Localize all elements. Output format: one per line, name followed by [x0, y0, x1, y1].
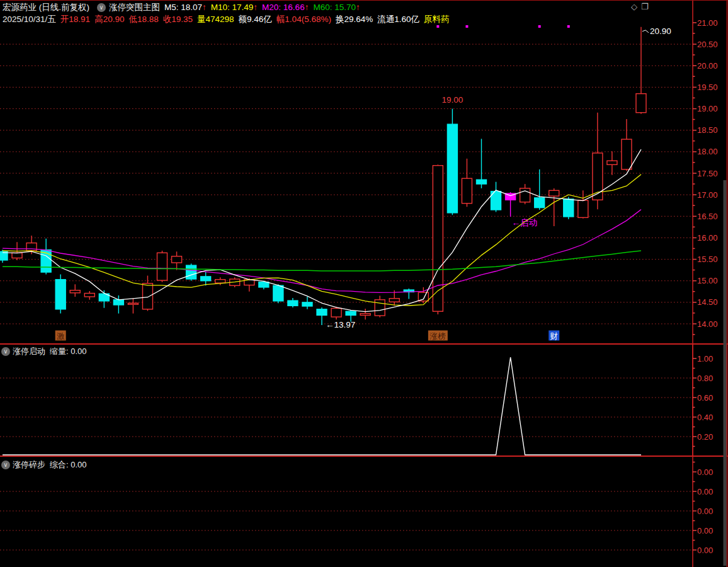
- info-token: 额9.46亿: [239, 14, 272, 24]
- titlebar: 宏源药业 (日线.前复权)∨涨停突围主图M5: 18.07↑M10: 17.49…: [3, 2, 365, 13]
- ma-legend: M5: 18.07↑M10: 17.49↑M20: 16.66↑M60: 15.…: [164, 3, 365, 12]
- info-token: 原料药: [424, 14, 450, 24]
- svg-text:14.50: 14.50: [697, 297, 718, 307]
- svg-text:18.00: 18.00: [697, 147, 718, 156]
- info-token: 流通1.60亿: [377, 14, 419, 24]
- svg-text:16.00: 16.00: [697, 233, 718, 243]
- middle-panel-stat-value: 0.00: [71, 346, 86, 356]
- svg-text:涨榜: 涨榜: [429, 332, 446, 341]
- svg-text:19.50: 19.50: [697, 83, 718, 92]
- infobar: 2025/10/31/五开18.91高20.90低18.88收19.35量474…: [3, 14, 453, 25]
- svg-text:0.00: 0.00: [697, 546, 713, 555]
- svg-text:1.00: 1.00: [697, 354, 713, 364]
- svg-text:16.50: 16.50: [697, 212, 718, 221]
- svg-text:←启动: ←启动: [512, 218, 538, 227]
- info-token: 收19.35: [163, 14, 193, 24]
- svg-text:14.00: 14.00: [697, 319, 718, 329]
- collapse-icon[interactable]: ∨: [1, 461, 10, 469]
- up-arrow-icon: ↑: [253, 3, 258, 12]
- middle-panel-title[interactable]: 涨停启动: [13, 346, 45, 356]
- bottom-panel-title[interactable]: 涨停碎步: [13, 460, 45, 469]
- svg-text:0.00: 0.00: [697, 467, 713, 477]
- svg-text:激: 激: [57, 332, 65, 341]
- ma-legend-item: M20: 16.66↑: [262, 3, 309, 12]
- svg-text:←13.97: ←13.97: [326, 320, 355, 329]
- bottom-panel-header: ∨涨停碎步综合: 0.00: [1, 459, 87, 471]
- chart-canvas[interactable]: 激涨榜财19.0020.90←13.97←启动21.0020.5020.0019…: [0, 1, 728, 567]
- svg-text:17.50: 17.50: [697, 169, 718, 178]
- svg-text:20.00: 20.00: [697, 61, 718, 71]
- svg-text:0.40: 0.40: [697, 413, 713, 422]
- svg-text:18.50: 18.50: [697, 125, 718, 135]
- svg-text:0.00: 0.00: [697, 507, 713, 516]
- titlebar-icons: ◇❐: [631, 2, 652, 11]
- info-token: 幅1.04(5.68%): [276, 14, 331, 24]
- svg-text:20.90: 20.90: [650, 26, 671, 36]
- middle-panel-stat-label: 缩量:: [50, 346, 69, 356]
- collapse-icon[interactable]: ∨: [1, 347, 10, 356]
- app-window: 激涨榜财19.0020.90←13.97←启动21.0020.5020.0019…: [0, 0, 728, 567]
- middle-panel-header: ∨涨停启动缩量: 0.00: [1, 346, 87, 357]
- svg-text:0.20: 0.20: [697, 432, 713, 442]
- stock-title: 宏源药业 (日线.前复权): [3, 3, 89, 12]
- info-token: 开18.91: [60, 14, 90, 24]
- svg-text:0.00: 0.00: [697, 487, 713, 496]
- info-token: 量474298: [197, 14, 234, 24]
- info-token: 低18.88: [128, 14, 158, 24]
- svg-text:20.50: 20.50: [697, 40, 718, 49]
- svg-text:0.00: 0.00: [697, 526, 713, 536]
- ma-legend-item: M60: 15.70↑: [313, 3, 360, 12]
- ma-legend-item: M10: 17.49↑: [211, 3, 258, 12]
- svg-text:19.00: 19.00: [697, 104, 718, 113]
- bottom-panel-stat-value: 0.00: [71, 460, 86, 469]
- svg-text:17.00: 17.00: [697, 190, 718, 200]
- svg-text:21.00: 21.00: [697, 18, 718, 28]
- info-token: 换29.64%: [336, 14, 373, 24]
- ma-legend-item: M5: 18.07↑: [164, 3, 207, 12]
- svg-text:19.00: 19.00: [441, 95, 463, 105]
- svg-text:0.80: 0.80: [697, 374, 713, 383]
- date-label: 2025/10/31/五: [3, 14, 56, 24]
- svg-text:财: 财: [550, 332, 558, 341]
- up-arrow-icon: ↑: [202, 3, 207, 12]
- diamond-icon[interactable]: ◇: [631, 2, 641, 11]
- svg-text:15.00: 15.00: [697, 276, 718, 285]
- svg-text:0.60: 0.60: [697, 393, 713, 403]
- window-icon[interactable]: ❐: [641, 2, 652, 11]
- info-token: 高20.90: [94, 14, 124, 24]
- up-arrow-icon: ↑: [305, 3, 309, 12]
- svg-text:15.50: 15.50: [697, 255, 718, 264]
- main-indicator-name[interactable]: 涨停突围主图: [109, 3, 160, 12]
- up-arrow-icon: ↑: [356, 3, 360, 12]
- bottom-panel-stat-label: 综合:: [50, 460, 69, 469]
- chevron-down-icon[interactable]: ∨: [97, 3, 106, 12]
